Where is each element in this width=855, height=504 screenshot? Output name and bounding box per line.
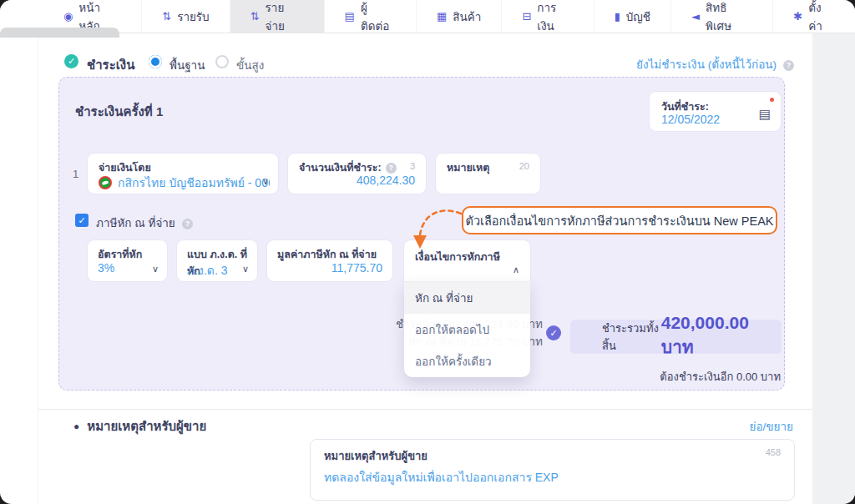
nav-item-expense[interactable]: ⇅ รายจ่าย <box>230 0 324 33</box>
chevron-down-icon[interactable]: ∨ <box>242 264 249 275</box>
help-icon[interactable]: ? <box>182 214 193 229</box>
right-gutter <box>812 33 855 504</box>
wht-amount-value[interactable]: 11,775.70 <box>331 261 382 275</box>
chevron-down-icon[interactable]: ∨ <box>262 176 269 187</box>
nav-label: สินค้า <box>453 8 481 26</box>
annotation-text: ตัวเลือกเงื่อนไขการหักภาษีส่วนการชำระเงิ… <box>465 211 773 230</box>
annotation-arrow-icon <box>407 204 468 250</box>
contacts-icon: ▤ <box>345 11 355 22</box>
note-label: หมายเหตุ <box>447 159 489 176</box>
chevron-up-icon[interactable]: ∧ <box>513 265 519 275</box>
radio-basic-label[interactable]: พื้นฐาน <box>169 56 205 74</box>
nav-label: ตั้งค่า <box>808 0 835 35</box>
wht-form-value[interactable]: ภ.ง.ด. 3 <box>187 261 228 280</box>
dropdown-option-withheld[interactable]: หัก ณ ที่จ่าย <box>404 282 530 314</box>
app-window: ◉ หน้าหลัก ⇅ รายรับ ⇅ รายจ่าย ▤ ผู้ติดต่… <box>0 0 855 504</box>
payment-status-check-icon: ✓ <box>64 54 78 68</box>
paid-by-value[interactable]: กสิกรไทย บัญชีออมทรัพย์ - 006... <box>118 174 270 192</box>
amount-paid-value[interactable]: 408,224.30 <box>357 174 415 187</box>
amount-counter: 3 <box>410 161 415 171</box>
defer-payment-link[interactable]: ยังไม่ชำระเงิน (ตั้งหนี้ไว้ก่อน) <box>526 55 777 73</box>
income-icon: ⇅ <box>162 11 171 22</box>
nav-label: รายจ่าย <box>266 0 304 35</box>
wht-amount-label: มูลค่าภาษีหัก ณ ที่จ่าย <box>277 246 377 263</box>
amount-paid-field[interactable]: จำนวนเงินที่ชำระ: ? 3 408,224.30 <box>288 154 426 194</box>
privileges-icon: ◄ <box>691 11 700 22</box>
paid-by-select[interactable]: จ่ายเงินโดย กสิกรไทย บัญชีออมทรัพย์ - 00… <box>88 154 278 194</box>
nav-item-income[interactable]: ⇅ รายรับ <box>141 0 229 33</box>
payment-date-field[interactable]: วันที่ชำระ: 12/05/2022 ▤ <box>650 92 781 131</box>
nav-label: รายรับ <box>177 8 210 26</box>
nav-label: ผู้ติดต่อ <box>361 0 396 35</box>
seller-note-field-label: หมายเหตุสำหรับผู้ขาย <box>324 447 428 465</box>
accounting-icon: ▮ <box>615 11 620 22</box>
wht-condition-dropdown: หัก ณ ที่จ่าย ออกให้ตลอดไป ออกให้ครั้งเด… <box>404 281 530 377</box>
products-icon: ▦ <box>437 11 447 22</box>
seller-note-textarea[interactable]: หมายเหตุสำหรับผู้ขาย 458 ทดลองใส่ข้อมูลใ… <box>310 439 795 501</box>
nav-item-products[interactable]: ▦ สินค้า <box>416 0 501 33</box>
top-nav: ◉ หน้าหลัก ⇅ รายรับ ⇅ รายจ่าย ▤ ผู้ติดต่… <box>0 0 855 33</box>
payment-round-title: ชำระเงินครั้งที่ 1 <box>75 102 163 122</box>
remaining-amount-text: ต้องชำระเงินอีก 0.00 บาท <box>530 368 781 386</box>
calendar-icon[interactable]: ▤ <box>759 107 771 122</box>
payment-row-number: 1 <box>73 168 78 180</box>
note-counter: 20 <box>519 161 529 171</box>
wht-amount-field[interactable]: มูลค่าภาษีหัก ณ ที่จ่าย 11,775.70 <box>267 240 392 281</box>
seller-note-counter: 458 <box>766 447 781 457</box>
payment-section-title: ชำระเงิน <box>87 55 134 75</box>
expense-icon: ⇅ <box>250 11 260 22</box>
note-field[interactable]: หมายเหตุ 20 <box>436 154 540 194</box>
total-check-icon: ✓ <box>546 325 561 340</box>
required-marker <box>770 98 774 102</box>
annotation-callout: ตัวเลือกเงื่อนไขการหักภาษีส่วนการชำระเงิ… <box>462 206 777 234</box>
radio-basic[interactable] <box>149 55 162 68</box>
radio-advanced[interactable] <box>215 55 229 68</box>
wht-rate-label: อัตราที่หัก <box>98 246 142 263</box>
nav-item-privileges[interactable]: ◄ สิทธิพิเศษ <box>670 0 772 33</box>
help-icon[interactable]: ? <box>783 56 794 71</box>
nav-item-contacts[interactable]: ▤ ผู้ติดต่อ <box>324 0 416 33</box>
settings-icon: ✱ <box>793 11 802 22</box>
total-value: 420,000.00 บาท <box>661 313 766 360</box>
partial-element <box>0 28 119 38</box>
wht-rate-select[interactable]: อัตราที่หัก 3% ∨ <box>88 240 167 281</box>
total-box: ชำระรวมทั้งสิ้น 420,000.00 บาท <box>570 320 782 354</box>
nav-label: การเงิน <box>537 0 573 35</box>
dropdown-option-pay-always[interactable]: ออกให้ตลอดไป <box>404 314 530 345</box>
wht-checkbox-label[interactable]: ภาษีหัก ณ ที่จ่าย <box>96 214 175 232</box>
content-left-edge <box>38 33 38 504</box>
total-label: ชำระรวมทั้งสิ้น <box>602 320 661 355</box>
help-icon[interactable]: ? <box>386 163 397 174</box>
seller-note-value[interactable]: ทดลองใส่ข้อมูลใหม่เพื่อเอาไปออกเอกสาร EX… <box>324 468 781 486</box>
wht-form-select[interactable]: แบบ ภ.ง.ด. ที่หัก ภ.ง.ด. 3 ∨ <box>177 240 257 281</box>
bullet-icon: ● <box>73 421 79 432</box>
nav-label: สิทธิพิเศษ <box>706 0 752 35</box>
payment-date-value[interactable]: 12/05/2022 <box>661 113 720 126</box>
dropdown-option-pay-once[interactable]: ออกให้ครั้งเดียว <box>404 345 530 377</box>
wht-condition-label: เงื่อนไขการหักภาษี <box>415 249 500 265</box>
wht-rate-value[interactable]: 3% <box>98 261 114 275</box>
seller-note-section-title: หมายเหตุสำหรับผู้ขาย <box>87 416 206 436</box>
radio-advanced-label[interactable]: ขั้นสูง <box>236 56 264 74</box>
nav-item-accounting[interactable]: ▮ บัญชี <box>594 0 670 33</box>
nav-item-finance[interactable]: ⊟ การเงิน <box>501 0 593 33</box>
chevron-down-icon[interactable]: ∨ <box>152 264 159 275</box>
finance-icon: ⊟ <box>522 11 531 22</box>
nav-item-settings[interactable]: ✱ ตั้งค่า <box>772 0 855 33</box>
wht-checkbox[interactable]: ✓ <box>75 214 89 227</box>
nav-label: บัญชี <box>626 8 650 26</box>
bank-logo-icon <box>99 176 112 189</box>
home-icon: ◉ <box>63 11 73 22</box>
collapse-expand-link[interactable]: ย่อ/ขยาย <box>668 417 793 436</box>
section-divider <box>38 409 812 410</box>
